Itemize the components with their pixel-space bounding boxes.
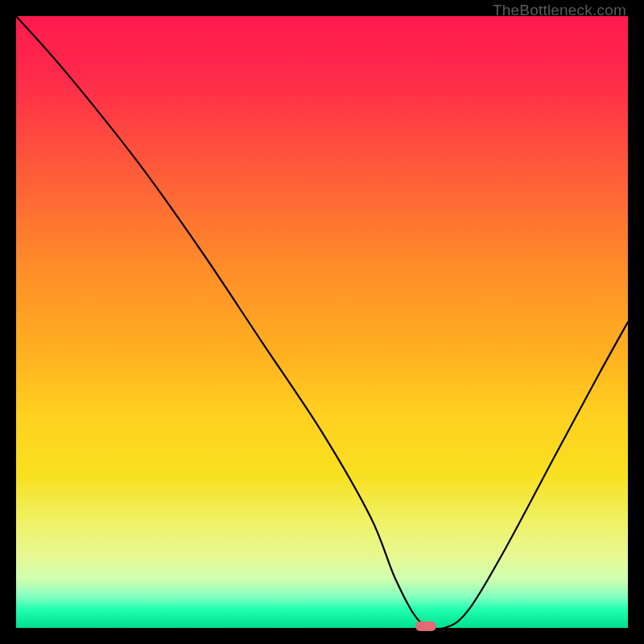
bottleneck-curve-path bbox=[16, 16, 628, 629]
bottleneck-chart: TheBottleneck.com bbox=[0, 0, 644, 644]
curve-layer bbox=[16, 16, 628, 628]
optimal-point-marker bbox=[415, 621, 436, 631]
